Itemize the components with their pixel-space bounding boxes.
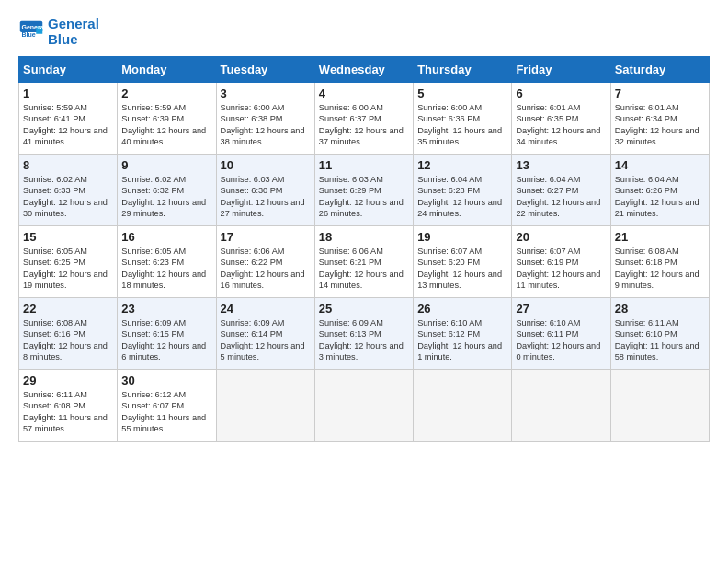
logo-blue: Blue xyxy=(48,32,99,48)
cell-content: Sunrise: 6:00 AMSunset: 6:38 PMDaylight:… xyxy=(221,103,305,146)
day-number: 15 xyxy=(23,230,113,244)
day-number: 26 xyxy=(417,302,507,316)
table-cell: 26 Sunrise: 6:10 AMSunset: 6:12 PMDaylig… xyxy=(414,298,512,370)
table-cell: 27 Sunrise: 6:10 AMSunset: 6:11 PMDaylig… xyxy=(512,298,610,370)
day-number: 6 xyxy=(516,86,606,100)
col-friday: Friday xyxy=(512,57,610,83)
cell-content: Sunrise: 6:00 AMSunset: 6:37 PMDaylight:… xyxy=(319,103,404,146)
table-cell: 19 Sunrise: 6:07 AMSunset: 6:20 PMDaylig… xyxy=(414,226,512,298)
table-cell: 3 Sunrise: 6:00 AMSunset: 6:38 PMDayligh… xyxy=(216,83,314,155)
day-number: 13 xyxy=(516,158,606,172)
day-number: 17 xyxy=(221,230,311,244)
svg-text:Blue: Blue xyxy=(22,31,36,38)
col-tuesday: Tuesday xyxy=(216,57,314,83)
table-cell: 4 Sunrise: 6:00 AMSunset: 6:37 PMDayligh… xyxy=(314,83,413,155)
table-cell xyxy=(216,370,314,442)
cell-content: Sunrise: 6:01 AMSunset: 6:34 PMDaylight:… xyxy=(615,103,700,146)
cell-content: Sunrise: 6:05 AMSunset: 6:25 PMDaylight:… xyxy=(23,247,108,290)
logo-general: General xyxy=(48,17,99,32)
cell-content: Sunrise: 6:06 AMSunset: 6:22 PMDaylight:… xyxy=(221,247,305,290)
table-cell: 30 Sunrise: 6:12 AMSunset: 6:07 PMDaylig… xyxy=(118,370,216,442)
cell-content: Sunrise: 6:10 AMSunset: 6:12 PMDaylight:… xyxy=(417,318,502,362)
day-number: 20 xyxy=(516,230,606,244)
cell-content: Sunrise: 6:05 AMSunset: 6:23 PMDaylight:… xyxy=(121,247,206,290)
cell-content: Sunrise: 6:00 AMSunset: 6:36 PMDaylight:… xyxy=(417,103,502,146)
day-number: 8 xyxy=(23,158,113,172)
col-wednesday: Wednesday xyxy=(314,57,413,83)
day-number: 12 xyxy=(417,158,507,172)
day-number: 22 xyxy=(23,302,113,316)
cell-content: Sunrise: 6:11 AMSunset: 6:08 PMDaylight:… xyxy=(23,390,108,433)
day-number: 9 xyxy=(121,158,211,172)
cell-content: Sunrise: 6:04 AMSunset: 6:26 PMDaylight:… xyxy=(615,175,700,218)
table-cell: 20 Sunrise: 6:07 AMSunset: 6:19 PMDaylig… xyxy=(512,226,610,298)
cell-content: Sunrise: 6:07 AMSunset: 6:20 PMDaylight:… xyxy=(417,247,502,290)
table-cell: 24 Sunrise: 6:09 AMSunset: 6:14 PMDaylig… xyxy=(216,298,314,370)
table-cell: 18 Sunrise: 6:06 AMSunset: 6:21 PMDaylig… xyxy=(314,226,413,298)
day-number: 5 xyxy=(417,86,507,100)
day-number: 2 xyxy=(121,86,211,100)
day-number: 10 xyxy=(221,158,311,172)
table-cell: 29 Sunrise: 6:11 AMSunset: 6:08 PMDaylig… xyxy=(19,370,118,442)
cell-content: Sunrise: 6:09 AMSunset: 6:13 PMDaylight:… xyxy=(319,318,404,362)
table-cell: 15 Sunrise: 6:05 AMSunset: 6:25 PMDaylig… xyxy=(19,226,118,298)
day-number: 3 xyxy=(221,86,311,100)
table-cell: 16 Sunrise: 6:05 AMSunset: 6:23 PMDaylig… xyxy=(118,226,216,298)
table-cell: 8 Sunrise: 6:02 AMSunset: 6:33 PMDayligh… xyxy=(19,155,118,226)
svg-text:General: General xyxy=(22,24,45,30)
table-cell xyxy=(314,370,413,442)
cell-content: Sunrise: 6:01 AMSunset: 6:35 PMDaylight:… xyxy=(516,103,600,146)
cell-content: Sunrise: 6:02 AMSunset: 6:33 PMDaylight:… xyxy=(23,175,108,218)
cell-content: Sunrise: 6:11 AMSunset: 6:10 PMDaylight:… xyxy=(615,318,700,362)
table-cell: 5 Sunrise: 6:00 AMSunset: 6:36 PMDayligh… xyxy=(414,83,512,155)
cell-content: Sunrise: 5:59 AMSunset: 6:41 PMDaylight:… xyxy=(23,103,108,146)
col-saturday: Saturday xyxy=(610,57,709,83)
table-cell: 17 Sunrise: 6:06 AMSunset: 6:22 PMDaylig… xyxy=(216,226,314,298)
day-number: 11 xyxy=(319,158,409,172)
day-number: 24 xyxy=(221,302,311,316)
table-cell xyxy=(512,370,610,442)
day-number: 18 xyxy=(319,230,409,244)
day-number: 30 xyxy=(121,373,211,387)
day-number: 4 xyxy=(319,86,409,100)
page: General Blue General Blue Sunday Monday … xyxy=(0,0,728,451)
cell-content: Sunrise: 6:04 AMSunset: 6:27 PMDaylight:… xyxy=(516,175,600,218)
table-cell: 28 Sunrise: 6:11 AMSunset: 6:10 PMDaylig… xyxy=(610,298,709,370)
day-number: 14 xyxy=(615,158,705,172)
day-number: 7 xyxy=(615,86,705,100)
header: General Blue General Blue xyxy=(18,17,710,47)
table-cell: 10 Sunrise: 6:03 AMSunset: 6:30 PMDaylig… xyxy=(216,155,314,226)
table-cell xyxy=(610,370,709,442)
table-cell xyxy=(414,370,512,442)
table-cell: 7 Sunrise: 6:01 AMSunset: 6:34 PMDayligh… xyxy=(610,83,709,155)
cell-content: Sunrise: 6:02 AMSunset: 6:32 PMDaylight:… xyxy=(121,175,206,218)
table-cell: 11 Sunrise: 6:03 AMSunset: 6:29 PMDaylig… xyxy=(314,155,413,226)
day-number: 21 xyxy=(615,230,705,244)
day-number: 29 xyxy=(23,373,113,387)
table-cell: 21 Sunrise: 6:08 AMSunset: 6:18 PMDaylig… xyxy=(610,226,709,298)
table-cell: 6 Sunrise: 6:01 AMSunset: 6:35 PMDayligh… xyxy=(512,83,610,155)
day-number: 27 xyxy=(516,302,606,316)
table-cell: 22 Sunrise: 6:08 AMSunset: 6:16 PMDaylig… xyxy=(19,298,118,370)
table-cell: 25 Sunrise: 6:09 AMSunset: 6:13 PMDaylig… xyxy=(314,298,413,370)
cell-content: Sunrise: 6:10 AMSunset: 6:11 PMDaylight:… xyxy=(516,318,600,362)
cell-content: Sunrise: 6:12 AMSunset: 6:07 PMDaylight:… xyxy=(121,390,206,433)
calendar-table: Sunday Monday Tuesday Wednesday Thursday… xyxy=(18,56,710,442)
header-row: Sunday Monday Tuesday Wednesday Thursday… xyxy=(19,57,710,83)
cell-content: Sunrise: 6:06 AMSunset: 6:21 PMDaylight:… xyxy=(319,247,404,290)
day-number: 25 xyxy=(319,302,409,316)
table-cell: 12 Sunrise: 6:04 AMSunset: 6:28 PMDaylig… xyxy=(414,155,512,226)
table-cell: 23 Sunrise: 6:09 AMSunset: 6:15 PMDaylig… xyxy=(118,298,216,370)
cell-content: Sunrise: 6:03 AMSunset: 6:30 PMDaylight:… xyxy=(221,175,305,218)
col-thursday: Thursday xyxy=(414,57,512,83)
logo-icon: General Blue xyxy=(18,19,44,45)
cell-content: Sunrise: 6:03 AMSunset: 6:29 PMDaylight:… xyxy=(319,175,404,218)
cell-content: Sunrise: 5:59 AMSunset: 6:39 PMDaylight:… xyxy=(121,103,206,146)
table-cell: 1 Sunrise: 5:59 AMSunset: 6:41 PMDayligh… xyxy=(19,83,118,155)
day-number: 1 xyxy=(23,86,113,100)
logo: General Blue General Blue xyxy=(18,17,99,47)
table-cell: 14 Sunrise: 6:04 AMSunset: 6:26 PMDaylig… xyxy=(610,155,709,226)
cell-content: Sunrise: 6:07 AMSunset: 6:19 PMDaylight:… xyxy=(516,247,600,290)
cell-content: Sunrise: 6:08 AMSunset: 6:18 PMDaylight:… xyxy=(615,247,700,290)
cell-content: Sunrise: 6:09 AMSunset: 6:15 PMDaylight:… xyxy=(121,318,206,362)
